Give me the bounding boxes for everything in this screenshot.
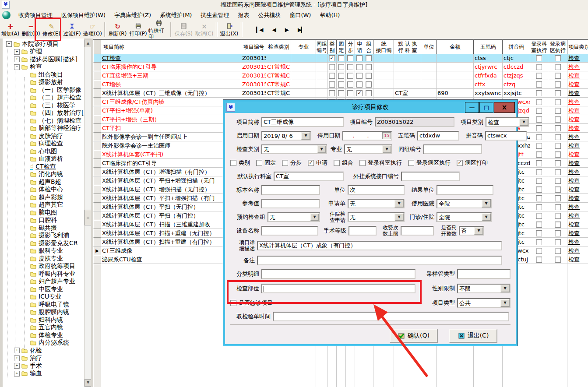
- cell-specialty[interactable]: [291, 63, 316, 71]
- cell-login-ward-exec[interactable]: [548, 211, 567, 220]
- cell-flag-checkbox[interactable]: [355, 71, 364, 80]
- checkbox-icon[interactable]: [536, 178, 542, 184]
- cell-pinyin-code[interactable]: ctzq: [503, 80, 530, 89]
- row-selector[interactable]: [93, 220, 101, 229]
- checkbox-icon[interactable]: [555, 143, 561, 149]
- checkbox-icon[interactable]: [555, 178, 561, 184]
- dialog-button-确认[interactable]: 确认(Q): [390, 329, 438, 343]
- cell-item-name[interactable]: X线计算机体层（CT）平扫+增强扫描（无门: [101, 176, 241, 185]
- checkbox-icon[interactable]: [536, 99, 542, 105]
- cell-specialty[interactable]: [291, 54, 316, 63]
- cell-default-dept[interactable]: [394, 71, 421, 80]
- nav-prev-icon[interactable]: ◀: [270, 26, 277, 34]
- cell-flag-checkbox[interactable]: [355, 63, 364, 71]
- checkbox-icon[interactable]: [536, 90, 542, 96]
- cell-exam-category[interactable]: CT常规C: [266, 89, 291, 98]
- table-row[interactable]: X线计算机体层（CT）三维成像（无门控）Z003015CT常规C✓CT室690x…: [93, 89, 588, 98]
- cell-wubi-code[interactable]: ctss: [474, 54, 503, 63]
- dialog-checkbox-登录病区执行[interactable]: 登录病区执行: [408, 159, 451, 167]
- cell-group-code[interactable]: [316, 63, 327, 71]
- cell-flag-checkbox[interactable]: [346, 89, 355, 98]
- cell-login-dept-exec[interactable]: [530, 159, 548, 168]
- cell-login-dept-exec[interactable]: [530, 98, 548, 106]
- checkbox-icon[interactable]: [366, 64, 372, 70]
- checkbox-icon[interactable]: [555, 81, 561, 88]
- cell-item-type[interactable]: 检查: [567, 124, 588, 133]
- checkbox-icon[interactable]: [536, 213, 542, 219]
- row-selector[interactable]: [93, 71, 101, 80]
- menu-item-1[interactable]: 医保项目维护(W): [57, 11, 110, 20]
- checkbox-icon[interactable]: [555, 151, 561, 158]
- checkbox-icon[interactable]: [555, 195, 561, 201]
- cell-login-dept-exec[interactable]: [530, 54, 548, 63]
- menu-item-6[interactable]: 公共模块: [254, 11, 285, 20]
- checkbox-icon[interactable]: [536, 73, 542, 79]
- column-header-固定[interactable]: 固 定: [337, 40, 346, 54]
- cell-flag-checkbox[interactable]: [355, 54, 364, 63]
- maximize-button[interactable]: □: [479, 102, 493, 113]
- chevron-down-icon[interactable]: ▼: [500, 285, 510, 292]
- cell-item-name[interactable]: CT三维成像: [101, 246, 241, 255]
- cell-specialty[interactable]: [291, 89, 316, 98]
- cell-group-code[interactable]: [316, 89, 327, 98]
- row-selector[interactable]: [93, 168, 101, 176]
- dialog-field-申请单[interactable]: 无▼: [348, 199, 405, 208]
- cell-login-dept-exec[interactable]: [530, 194, 548, 203]
- cell-item-name[interactable]: X线计算机体套(CT平扫): [101, 150, 241, 159]
- checkbox-icon[interactable]: [555, 239, 561, 245]
- cell-item-name[interactable]: X线计算机体层（CT）平扫+增强扫描（有门: [101, 194, 241, 203]
- cell-login-ward-exec[interactable]: [548, 246, 567, 255]
- cell-item-type[interactable]: 检查: [567, 176, 588, 185]
- cell-wubi-code[interactable]: ctfx: [474, 80, 503, 89]
- cell-login-ward-exec[interactable]: [548, 98, 567, 106]
- cell-item-name[interactable]: CT增强: [101, 80, 241, 89]
- cell-external-code[interactable]: [373, 71, 394, 80]
- cell-unit[interactable]: [421, 71, 437, 80]
- chevron-down-icon[interactable]: ▼: [382, 145, 391, 153]
- checkbox-icon[interactable]: [555, 160, 561, 166]
- checkbox-icon[interactable]: [555, 248, 561, 254]
- row-selector[interactable]: [93, 98, 101, 106]
- cell-unit[interactable]: [421, 54, 437, 63]
- cell-item-name[interactable]: X线计算机体层（CT）增强扫描（有门控）: [101, 168, 241, 176]
- cell-flag-checkbox[interactable]: [346, 71, 355, 80]
- cell-amount[interactable]: [437, 63, 474, 71]
- checkbox-icon[interactable]: [356, 81, 363, 88]
- row-selector[interactable]: [93, 229, 101, 238]
- dialog-field-专业[interactable]: 无▼: [344, 144, 392, 154]
- column-header-selector[interactable]: [93, 40, 101, 54]
- checkbox-icon[interactable]: [256, 160, 262, 166]
- column-header-单位[interactable]: 单位: [421, 40, 437, 54]
- cell-flag-checkbox[interactable]: [355, 80, 364, 89]
- dialog-field-备注[interactable]: [257, 256, 502, 265]
- row-selector[interactable]: ▶: [93, 246, 101, 255]
- cell-item-name[interactable]: X线计算机体层（CT）扫描+重建（无门控）: [101, 229, 241, 238]
- dialog-field-项目类别[interactable]: 检查▼: [486, 117, 529, 127]
- row-selector[interactable]: [93, 63, 101, 71]
- table-row[interactable]: CT增强Z003015CT常规Cctfxctzq检查: [93, 80, 588, 89]
- checkbox-icon[interactable]: [536, 257, 542, 263]
- dialog-field-启用日期[interactable]: 2019/ 8/ 6▼: [261, 131, 311, 141]
- cell-login-dept-exec[interactable]: [530, 168, 548, 176]
- cell-item-type[interactable]: 检查: [567, 211, 588, 220]
- toolbar-button-退出[interactable]: 退出(X): [219, 21, 239, 38]
- cell-flag-checkbox[interactable]: [337, 71, 346, 80]
- dialog-field-项目类型[interactable]: 公共▼: [457, 298, 511, 308]
- toolbar-button-过滤[interactable]: 过滤(F): [62, 21, 82, 38]
- checkbox-icon[interactable]: ✓: [356, 90, 363, 96]
- cell-flag-checkbox[interactable]: [364, 89, 373, 98]
- cell-external-code[interactable]: [373, 89, 394, 98]
- column-header-申请[interactable]: 申 请: [355, 40, 364, 54]
- cell-login-ward-exec[interactable]: [548, 150, 567, 159]
- cell-item-type[interactable]: 检查: [567, 229, 588, 238]
- row-selector[interactable]: [93, 54, 101, 63]
- row-selector[interactable]: [93, 133, 101, 141]
- cell-default-dept[interactable]: [394, 63, 421, 71]
- cell-unit[interactable]: [421, 63, 437, 71]
- row-selector[interactable]: [93, 255, 101, 264]
- cell-exam-category[interactable]: CT常规C: [266, 80, 291, 89]
- checkbox-icon[interactable]: [366, 90, 372, 96]
- cell-login-dept-exec[interactable]: [530, 255, 548, 264]
- row-selector[interactable]: [93, 141, 101, 150]
- row-selector[interactable]: [93, 176, 101, 185]
